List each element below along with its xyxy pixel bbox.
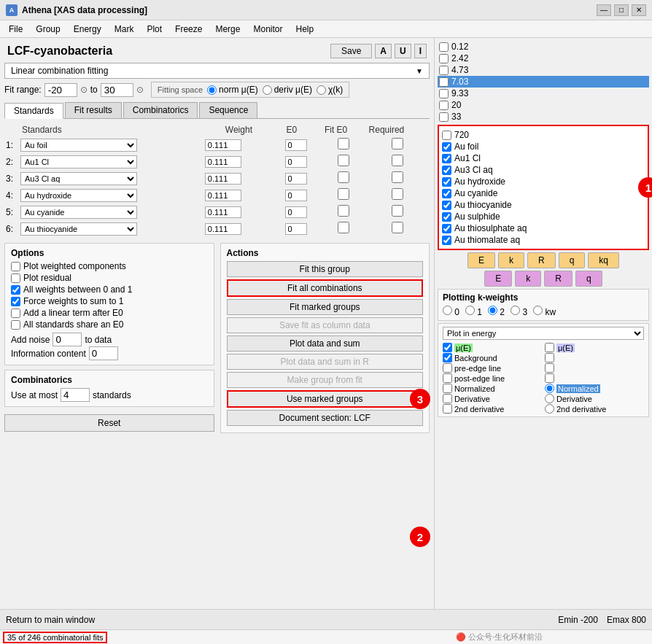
num-item-703-selected[interactable]: 7.03 — [438, 76, 649, 88]
empty-cb-2[interactable] — [545, 363, 554, 373]
menu-freeze[interactable]: Freeze — [169, 23, 208, 36]
required-cb-2[interactable] — [392, 155, 403, 166]
all-weights-cb[interactable] — [11, 285, 20, 295]
share-e0-cb[interactable] — [11, 320, 20, 330]
required-cb-1[interactable] — [392, 138, 403, 150]
q-button-2[interactable]: q — [575, 271, 602, 287]
cb-au1-cl[interactable] — [442, 154, 451, 163]
tab-fit-results[interactable]: Fit results — [65, 102, 122, 118]
fit-range-from[interactable] — [44, 83, 77, 97]
fit-marked-groups-button[interactable]: Fit marked groups — [227, 299, 424, 315]
cb-au-hydroxide[interactable] — [442, 177, 451, 187]
q-button-1[interactable]: q — [559, 252, 586, 268]
standard-select-6[interactable]: Au thiocyanide — [20, 222, 137, 236]
fit-e0-cb-5[interactable] — [338, 205, 349, 217]
k-button-1[interactable]: k — [498, 252, 524, 268]
menu-mark[interactable]: Mark — [109, 23, 140, 36]
fit-range-to[interactable] — [101, 83, 133, 97]
maximize-button[interactable]: □ — [614, 4, 629, 16]
menu-file[interactable]: File — [3, 23, 28, 36]
empty-cb-3[interactable] — [545, 373, 554, 383]
r-button-1[interactable]: R — [527, 252, 556, 268]
num-cb-933[interactable] — [439, 89, 449, 98]
info-content-input[interactable] — [89, 346, 118, 360]
linear-term-cb[interactable] — [11, 309, 20, 318]
menu-energy[interactable]: Energy — [68, 23, 107, 36]
force-weights-cb[interactable] — [11, 297, 20, 306]
normalized-right-radio[interactable] — [545, 384, 554, 393]
plot-residual-cb[interactable] — [11, 273, 20, 283]
weight-input-5[interactable] — [205, 206, 241, 218]
num-cb-012[interactable] — [439, 42, 449, 52]
fit-e0-cb-1[interactable] — [338, 138, 349, 150]
menu-help[interactable]: Help — [290, 23, 319, 36]
cb-au-thiomalate[interactable] — [442, 236, 451, 245]
use-marked-groups-button[interactable]: Use marked groups — [227, 390, 424, 408]
2nd-deriv-left-cb[interactable] — [443, 404, 452, 414]
kw-radio-0[interactable]: 0 — [443, 306, 459, 317]
tab-combinatorics[interactable]: Combinatorics — [123, 102, 198, 118]
save-button[interactable]: Save — [330, 44, 372, 58]
e-button-2[interactable]: E — [484, 271, 512, 287]
required-cb-4[interactable] — [392, 188, 403, 200]
cb-au3-cl-aq[interactable] — [442, 166, 451, 175]
num-cb-242[interactable] — [439, 54, 449, 63]
cb-au-foil[interactable] — [442, 142, 451, 152]
mu-e-green-cb[interactable] — [443, 343, 452, 352]
required-cb-3[interactable] — [392, 171, 403, 183]
derivative-left-cb[interactable] — [443, 394, 452, 403]
tab-sequence[interactable]: Sequence — [199, 102, 257, 118]
fit-e0-cb-3[interactable] — [338, 171, 349, 183]
plot-energy-select[interactable]: Plot in energy — [443, 327, 644, 340]
empty-cb-1[interactable] — [545, 353, 554, 362]
noise-input[interactable] — [53, 333, 82, 346]
menu-plot[interactable]: Plot — [141, 23, 168, 36]
fit-e0-cb-4[interactable] — [338, 188, 349, 200]
u-button[interactable]: U — [395, 44, 411, 58]
reset-button[interactable]: Reset — [4, 414, 214, 432]
fit-all-combinations-button[interactable]: Fit all combinations — [227, 279, 424, 297]
normalized-left-cb[interactable] — [443, 384, 452, 393]
required-cb-6[interactable] — [392, 222, 403, 233]
menu-group[interactable]: Group — [30, 23, 66, 36]
post-edge-cb[interactable] — [443, 373, 452, 383]
num-cb-703[interactable] — [439, 77, 449, 87]
e0-input-1[interactable] — [285, 139, 307, 151]
k-button-2[interactable]: k — [515, 271, 541, 287]
kw-radio-3[interactable]: 3 — [511, 306, 527, 317]
fit-e0-cb-2[interactable] — [338, 155, 349, 166]
weight-input-4[interactable] — [205, 190, 241, 201]
fit-this-group-button[interactable]: Fit this group — [227, 261, 424, 277]
standards-count-spinner[interactable] — [61, 388, 90, 402]
derivative-right-radio[interactable] — [545, 394, 554, 403]
tab-standards[interactable]: Standards — [4, 103, 63, 119]
mu-e-purple-cb[interactable] — [545, 343, 554, 352]
a-button[interactable]: A — [375, 44, 392, 58]
e0-input-4[interactable] — [285, 190, 307, 201]
menu-merge[interactable]: Merge — [209, 23, 246, 36]
pre-edge-cb[interactable] — [443, 363, 452, 373]
num-cb-33[interactable] — [439, 112, 449, 122]
weight-input-2[interactable] — [205, 156, 241, 168]
plot-data-sum-button[interactable]: Plot data and sum — [227, 335, 424, 352]
fitting-chi-radio[interactable]: χ(k) — [317, 85, 343, 95]
return-to-main-button[interactable]: Return to main window — [6, 615, 95, 625]
e-button-1[interactable]: E — [467, 252, 495, 268]
cb-au-sulphide[interactable] — [442, 212, 451, 222]
2nd-deriv-right-radio[interactable] — [545, 404, 554, 414]
plot-weighted-cb[interactable] — [11, 262, 20, 271]
minimize-button[interactable]: — — [597, 4, 611, 16]
r-button-2[interactable]: R — [544, 271, 573, 287]
standard-select-5[interactable]: Au cyanide — [20, 206, 137, 219]
kw-radio-kw[interactable]: kw — [533, 306, 556, 317]
required-cb-5[interactable] — [392, 205, 403, 217]
e0-input-5[interactable] — [285, 206, 307, 218]
num-cb-473[interactable] — [439, 66, 449, 75]
close-button[interactable]: ✕ — [632, 4, 646, 16]
standard-select-2[interactable]: Au1 Cl — [20, 155, 137, 168]
kq-button-1[interactable]: kq — [588, 252, 619, 268]
fit-e0-cb-6[interactable] — [338, 222, 349, 233]
cb-720[interactable] — [442, 131, 451, 140]
cb-au-thiocyanide[interactable] — [442, 201, 451, 210]
kw-radio-2[interactable]: 2 — [488, 306, 505, 317]
